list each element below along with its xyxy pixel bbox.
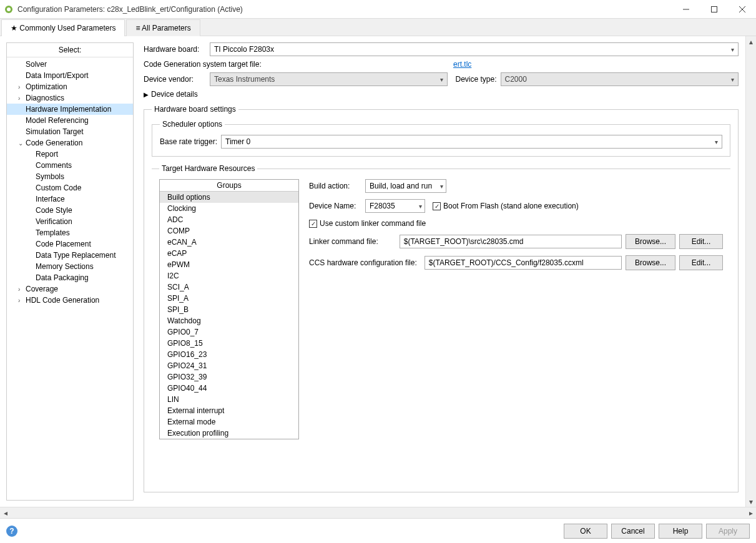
tree-node-data-packaging[interactable]: Data Packaging — [7, 272, 133, 283]
tree-node-label: Coverage — [26, 285, 58, 293]
title-bar: Configuration Parameters: c28x_LedBlink_… — [0, 0, 756, 19]
group-item-build-options[interactable]: Build options — [160, 192, 298, 203]
tree-node-custom-code[interactable]: Custom Code — [7, 182, 133, 193]
boot-from-flash-label: Boot From Flash (stand alone execution) — [443, 202, 579, 210]
select-header: Select: — [7, 43, 133, 57]
tree-node-interface[interactable]: Interface — [7, 193, 133, 205]
group-item-external-mode[interactable]: External mode — [160, 416, 298, 428]
tab-bar: ★ Commonly Used Parameters ≡ All Paramet… — [0, 19, 756, 36]
device-name-dropdown[interactable]: F28035 ▾ — [365, 199, 425, 213]
tree-node-code-placement[interactable]: Code Placement — [7, 238, 133, 250]
tree-node-coverage[interactable]: ›Coverage — [7, 283, 133, 295]
close-button[interactable] — [728, 0, 756, 19]
group-item-gpio24-31[interactable]: GPIO24_31 — [160, 360, 298, 371]
chevron-down-icon: ▾ — [731, 76, 734, 83]
tree-node-code-style[interactable]: Code Style — [7, 205, 133, 216]
device-vendor-value: Texas Instruments — [214, 75, 275, 84]
group-item-gpio40-44[interactable]: GPIO40_44 — [160, 383, 298, 394]
ok-button[interactable]: OK — [564, 524, 607, 539]
group-item-spi-b[interactable]: SPI_B — [160, 304, 298, 315]
tree-node-label: Diagnostics — [26, 94, 64, 102]
apply-button[interactable]: Apply — [706, 524, 750, 539]
checkbox-icon: ✓ — [309, 220, 317, 228]
group-item-execution-profiling[interactable]: Execution profiling — [160, 428, 298, 439]
group-item-gpio8-15[interactable]: GPIO8_15 — [160, 338, 298, 349]
base-rate-trigger-dropdown[interactable]: Timer 0 ▾ — [221, 135, 722, 149]
ccs-edit-button[interactable]: Edit... — [679, 255, 723, 270]
group-item-gpio16-23[interactable]: GPIO16_23 — [160, 349, 298, 360]
help-icon[interactable]: ? — [6, 526, 17, 537]
device-details-toggle[interactable]: ▶ Device details — [144, 90, 739, 99]
group-item-ecap[interactable]: eCAP — [160, 248, 298, 259]
tree-node-hardware-implementation[interactable]: Hardware Implementation — [7, 104, 133, 115]
scroll-right-icon[interactable]: ▸ — [745, 507, 756, 518]
boot-from-flash-checkbox[interactable]: ✓ Boot From Flash (stand alone execution… — [433, 202, 579, 210]
linker-command-file-input[interactable] — [400, 235, 622, 248]
tree-node-label: Data Packaging — [36, 273, 89, 282]
tab-commonly-used[interactable]: ★ Commonly Used Parameters — [1, 19, 125, 36]
group-item-epwm[interactable]: ePWM — [160, 259, 298, 270]
tree-node-code-generation[interactable]: ⌄Code Generation — [7, 137, 133, 149]
tree-node-label: Code Placement — [36, 240, 91, 248]
tree-node-optimization[interactable]: ›Optimization — [7, 81, 133, 92]
group-item-clocking[interactable]: Clocking — [160, 203, 298, 214]
device-name-label: Device Name: — [309, 202, 361, 210]
scheduler-options-group: Scheduler options Base rate trigger: Tim… — [152, 120, 730, 157]
help-button[interactable]: Help — [659, 524, 702, 539]
tree-node-label: Simulation Target — [26, 127, 84, 136]
group-item-external-interrupt[interactable]: External interrupt — [160, 405, 298, 416]
hardware-board-dropdown[interactable]: TI Piccolo F2803x ▾ — [210, 42, 739, 56]
tree-node-label: Templates — [36, 228, 70, 237]
group-item-comp[interactable]: COMP — [160, 225, 298, 237]
scroll-up-icon[interactable]: ▴ — [746, 36, 756, 47]
tree-node-verification[interactable]: Verification — [7, 216, 133, 227]
device-type-label: Device type: — [455, 75, 496, 84]
scroll-left-icon[interactable]: ◂ — [0, 507, 11, 518]
use-custom-linker-checkbox[interactable]: ✓ Use custom linker command file — [309, 219, 426, 228]
horizontal-scrollbar[interactable]: ◂ ▸ — [0, 507, 756, 518]
ccs-browse-button[interactable]: Browse... — [626, 255, 675, 270]
group-item-adc[interactable]: ADC — [160, 214, 298, 225]
vertical-scrollbar[interactable]: ▴ ▾ — [745, 36, 756, 507]
thr-legend: Target Hardware Resources — [159, 164, 257, 173]
tree-node-symbols[interactable]: Symbols — [7, 171, 133, 182]
groups-header: Groups — [160, 180, 298, 192]
group-item-ecan-a[interactable]: eCAN_A — [160, 237, 298, 248]
group-item-lin[interactable]: LIN — [160, 394, 298, 405]
tree-node-diagnostics[interactable]: ›Diagnostics — [7, 92, 133, 104]
tree-node-solver[interactable]: Solver — [7, 59, 133, 70]
tree-node-memory-sections[interactable]: Memory Sections — [7, 261, 133, 272]
category-tree: Select: SolverData Import/Export›Optimiz… — [6, 42, 134, 501]
tree-node-simulation-target[interactable]: Simulation Target — [7, 126, 133, 137]
groups-listbox: Groups Build optionsClockingADCCOMPeCAN_… — [159, 179, 299, 439]
tree-node-data-import-export[interactable]: Data Import/Export — [7, 70, 133, 81]
tree-node-comments[interactable]: Comments — [7, 160, 133, 171]
chevron-down-icon: ▾ — [419, 203, 422, 210]
tree-node-label: Report — [36, 150, 58, 159]
group-item-gpio32-39[interactable]: GPIO32_39 — [160, 371, 298, 383]
codegen-target-link[interactable]: ert.tlc — [453, 60, 471, 69]
tree-node-hdl-code-generation[interactable]: ›HDL Code Generation — [7, 295, 133, 306]
tree-node-data-type-replacement[interactable]: Data Type Replacement — [7, 250, 133, 261]
linker-edit-button[interactable]: Edit... — [679, 234, 723, 249]
checkbox-icon: ✓ — [433, 202, 441, 210]
tree-node-model-referencing[interactable]: Model Referencing — [7, 115, 133, 126]
cancel-button[interactable]: Cancel — [611, 524, 655, 539]
scroll-down-icon[interactable]: ▾ — [746, 496, 756, 507]
linker-browse-button[interactable]: Browse... — [626, 234, 675, 249]
ccs-config-file-label: CCS hardware configuration file: — [309, 258, 417, 267]
maximize-button[interactable] — [700, 0, 728, 19]
tree-node-report[interactable]: Report — [7, 149, 133, 160]
minimize-button[interactable] — [672, 0, 700, 19]
group-item-watchdog[interactable]: Watchdog — [160, 315, 298, 326]
group-item-gpio0-7[interactable]: GPIO0_7 — [160, 326, 298, 338]
device-type-dropdown[interactable]: C2000 ▾ — [501, 72, 739, 86]
build-action-dropdown[interactable]: Build, load and run ▾ — [365, 179, 446, 193]
tree-node-templates[interactable]: Templates — [7, 227, 133, 238]
tab-all-parameters[interactable]: ≡ All Parameters — [126, 19, 200, 36]
group-item-sci-a[interactable]: SCI_A — [160, 281, 298, 293]
ccs-config-file-input[interactable] — [425, 256, 622, 270]
group-item-i2c[interactable]: I2C — [160, 270, 298, 281]
device-vendor-dropdown[interactable]: Texas Instruments ▾ — [210, 72, 448, 86]
group-item-spi-a[interactable]: SPI_A — [160, 293, 298, 304]
